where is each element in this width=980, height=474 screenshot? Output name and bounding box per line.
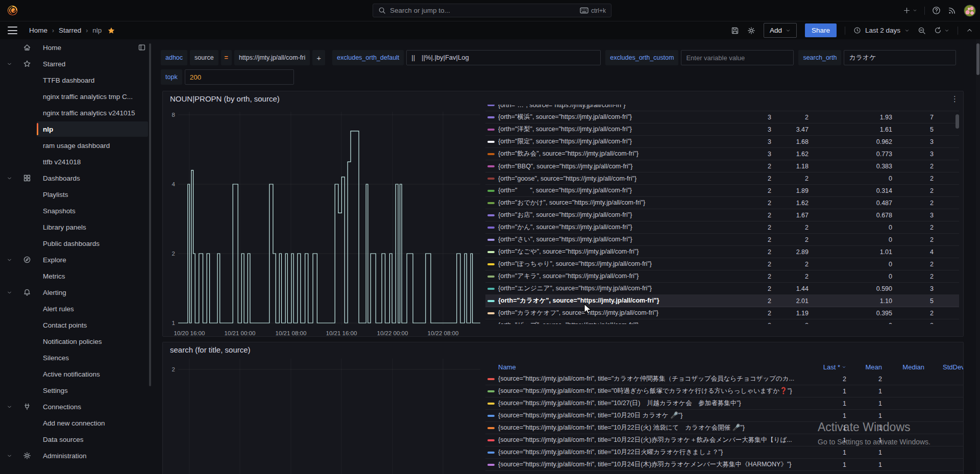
sidebar-item-data-sources[interactable]: Data sources	[0, 431, 152, 447]
sidebar-item-playlists[interactable]: Playlists	[0, 186, 152, 203]
sidebar-item-notification-policies[interactable]: Notification policies	[0, 333, 152, 350]
legend-table-scrollbar[interactable]	[955, 114, 959, 129]
sidebar-item-administration[interactable]: Administration	[0, 447, 152, 464]
table-row[interactable]: {orth="かん", source="https://jmty.jp/all/…	[485, 221, 959, 234]
favorite-star-icon[interactable]	[107, 27, 115, 35]
grafana-logo-icon[interactable]	[7, 5, 18, 16]
new-add-button[interactable]	[903, 7, 917, 14]
table-row[interactable]: {orth="さい", source="https://jmty.jp/all/…	[485, 234, 959, 246]
refresh-icon[interactable]	[934, 27, 949, 34]
sidebar-item-silences[interactable]: Silences	[0, 350, 152, 366]
table-row[interactable]: {orth="横浜", source="https://jmty.jp/all/…	[485, 111, 959, 123]
variable-input-excludes-orth-custom[interactable]: Enter variable value	[681, 50, 794, 65]
sidebar-item-add-new-connection[interactable]: Add new connection	[0, 415, 152, 431]
table-row[interactable]: {source="https://jmty.jp/all/com-fri", t…	[485, 397, 963, 410]
table-row[interactable]: {orth="ザップ", source="https://jmty.jp/all…	[485, 319, 959, 324]
variable-label-search-orth[interactable]: search_orth	[798, 50, 841, 65]
news-rss-icon[interactable]	[948, 6, 957, 15]
variable-input-excludes-orth-default[interactable]: || ||%|.|by|Fav|Log	[406, 50, 601, 65]
table-row[interactable]: {orth="限定", source="https://jmty.jp/all/…	[485, 136, 959, 148]
menu-toggle-icon[interactable]	[8, 27, 17, 34]
sidebar-item-settings[interactable]: Settings	[0, 382, 152, 398]
save-dashboard-icon[interactable]	[731, 27, 739, 35]
sidebar-item-snapshots[interactable]: Snapshots	[0, 203, 152, 219]
page-scrollbar-thumb[interactable]	[976, 43, 979, 75]
sidebar-item-ttfb-dashboard[interactable]: TTFB dashboard	[0, 72, 152, 88]
page-scrollbar-track[interactable]	[976, 39, 980, 474]
series-name: {source="https://jmty.jp/all/com-fri", t…	[498, 448, 811, 457]
table-row[interactable]: {orth="飲み会", source="https://jmty.jp/all…	[485, 148, 959, 160]
global-search-input[interactable]: Search or jump to... ctrl+k	[373, 4, 611, 17]
sidebar-item-nginx-traffic-analytics-v241015[interactable]: nginx traffic analytics v241015	[0, 105, 152, 121]
collapse-toolbar-icon[interactable]	[966, 27, 973, 34]
table-row[interactable]: {orth="エンジニア", source="https://jmty.jp/a…	[485, 283, 959, 295]
column-header-label: Mean	[865, 363, 882, 371]
sidebar-item-ram-usage-dashboard[interactable]: ram usage dashboard	[0, 137, 152, 154]
adhoc-value-chip[interactable]: https://jmty.jp/all/com-fri	[234, 50, 310, 65]
table-row[interactable]: {orth="カラオケ", source="https://jmty.jp/al…	[485, 295, 959, 307]
variable-label-adhoc[interactable]: adhoc	[161, 50, 187, 65]
sidebar-item-active-notifications[interactable]: Active notifications	[0, 366, 152, 382]
variable-label-excludes-orth-custom[interactable]: excludes_orth_custom	[605, 50, 678, 65]
variable-label-topk[interactable]: topk	[161, 69, 182, 85]
adhoc-operator-chip[interactable]: =	[221, 50, 232, 65]
sidebar-item-metrics[interactable]: Metrics	[0, 268, 152, 284]
time-series-chart-partial[interactable]: 2	[163, 342, 500, 474]
table-row[interactable]: {orth="おでかけ", source="https://jmty.jp/al…	[485, 197, 959, 209]
sidebar-item-dashboards[interactable]: Dashboards	[0, 170, 152, 186]
user-avatar[interactable]	[964, 5, 976, 17]
sidebar-item-home[interactable]: Home	[0, 39, 152, 56]
settings-gear-icon[interactable]	[747, 27, 755, 35]
table-row[interactable]: {orth="…", source="https://jmty.jp/all/c…	[485, 105, 959, 111]
table-row[interactable]: {source="https://jmty.jp/all/com-fri", t…	[485, 385, 963, 397]
table-row[interactable]: {orth="洋梨", source="https://jmty.jp/all/…	[485, 123, 959, 136]
sidebar-item-alerting[interactable]: Alerting	[0, 284, 152, 301]
column-header-name[interactable]: Name	[498, 363, 811, 371]
panel-menu-icon[interactable]: ⋮	[951, 94, 959, 104]
sidebar-item-explore[interactable]: Explore	[0, 252, 152, 268]
time-series-chart[interactable]: 124810/20 16:0010/21 00:0010/21 08:0010/…	[163, 91, 500, 337]
sidebar-item-library-panels[interactable]: Library panels	[0, 219, 152, 235]
add-button[interactable]: Add	[764, 23, 797, 38]
column-header-stddev[interactable]: StdDev	[943, 363, 963, 371]
column-header-mean[interactable]: Mean	[846, 363, 882, 371]
table-row[interactable]: {source="https://jmty.jp/all/com-fri", t…	[485, 373, 963, 385]
time-range-picker[interactable]: Last 2 days	[853, 27, 910, 34]
table-row[interactable]: {source="https://jmty.jp/all/com-fri", t…	[485, 422, 963, 434]
variable-input-search-orth[interactable]: カラオケ	[844, 50, 956, 65]
sidebar-item-starred[interactable]: Starred	[0, 56, 152, 72]
sidebar-scrollbar[interactable]	[149, 43, 151, 386]
metric-value: 2	[892, 175, 934, 182]
sidebar-item-connections[interactable]: Connections	[0, 398, 152, 415]
table-row[interactable]: {orth="goose", source="https://jmty.jp/a…	[485, 172, 959, 185]
zoom-out-time-icon[interactable]	[918, 27, 926, 35]
sidebar-item-public-dashboards[interactable]: Public dashboards	[0, 235, 152, 252]
breadcrumb-starred[interactable]: Starred	[59, 27, 81, 34]
sidebar-item-nginx-traffic-analytics-tmp-c[interactable]: nginx traffic analytics tmp C...	[0, 88, 152, 105]
share-button[interactable]: Share	[805, 23, 837, 37]
sidebar-item-alert-rules[interactable]: Alert rules	[0, 301, 152, 317]
table-row[interactable]: {orth=" ", source="https://jmty.jp/all/c…	[485, 185, 959, 197]
breadcrumb-home[interactable]: Home	[29, 27, 47, 34]
adhoc-add-filter-button[interactable]: +	[312, 50, 325, 65]
table-row[interactable]: {source="https://jmty.jp/all/com-fri", t…	[485, 434, 963, 446]
adhoc-field-chip[interactable]: source	[190, 50, 218, 65]
sidebar-item-nlp[interactable]: nlp	[0, 121, 152, 137]
column-header-last[interactable]: Last *	[811, 363, 846, 371]
table-row[interactable]: {orth="お店", source="https://jmty.jp/all/…	[485, 209, 959, 221]
sidebar-item-contact-points[interactable]: Contact points	[0, 317, 152, 333]
variable-label-excludes-orth-default[interactable]: excludes_orth_default	[332, 50, 404, 65]
column-header-median[interactable]: Median	[882, 363, 924, 371]
variable-input-topk[interactable]: 200	[185, 69, 294, 85]
table-row[interactable]: {orth="ぽっちゃり", source="https://jmty.jp/a…	[485, 258, 959, 270]
help-icon[interactable]	[932, 6, 941, 15]
table-row[interactable]: {source="https://jmty.jp/all/com-fri", t…	[485, 459, 963, 471]
table-row[interactable]: {orth="なごや", source="https://jmty.jp/all…	[485, 246, 959, 258]
table-row[interactable]: {orth="カラオケオフ", source="https://jmty.jp/…	[485, 307, 959, 319]
table-row[interactable]: {orth="BBQ", source="https://jmty.jp/all…	[485, 160, 959, 172]
sidebar-item-ttfb-v241018[interactable]: ttfb v241018	[0, 154, 152, 170]
series-name: {orth="おでかけ", source="https://jmty.jp/al…	[498, 198, 736, 207]
table-row[interactable]: {orth="アキラ", source="https://jmty.jp/all…	[485, 270, 959, 283]
table-row[interactable]: {source="https://jmty.jp/all/com-fri", t…	[485, 446, 963, 459]
table-row[interactable]: {source="https://jmty.jp/all/com-fri", t…	[485, 410, 963, 422]
